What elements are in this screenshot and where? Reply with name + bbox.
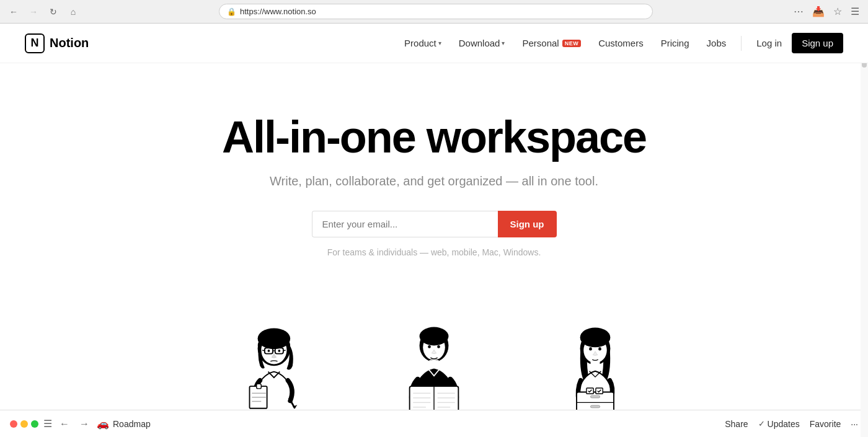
favorite-button[interactable]: Favorite — [810, 419, 841, 429]
nav-jobs[interactable]: Jobs — [699, 34, 734, 52]
svg-rect-38 — [591, 362, 600, 369]
nav-personal[interactable]: Personal NEW — [515, 34, 588, 52]
svg-point-21 — [437, 345, 440, 348]
svg-line-7 — [283, 350, 286, 351]
traffic-light-green — [31, 420, 38, 428]
reload-button[interactable]: ↻ — [46, 4, 61, 19]
personal-new-badge: NEW — [562, 40, 582, 47]
notion-logo[interactable]: N Notion — [25, 33, 89, 53]
svg-line-6 — [262, 350, 265, 351]
nav-divider — [741, 36, 742, 51]
menu-button[interactable]: ☰ — [848, 4, 862, 19]
notion-page: N Notion Product ▾ Download ▾ Personal N… — [0, 24, 868, 437]
home-button[interactable]: ⌂ — [66, 4, 81, 19]
browser-chrome: ← → ↻ ⌂ 🔒 https://www.notion.so ⋯ 📥 ☆ ☰ — [0, 0, 868, 24]
bottom-bar: ☰ ← → 🚗 Roadmap Share ✓ Updates Favorite… — [0, 410, 868, 437]
sidebar-toggle-button[interactable]: ☰ — [43, 418, 52, 430]
svg-rect-22 — [430, 360, 439, 369]
logo-text: Notion — [50, 36, 89, 50]
notes-illustration — [226, 319, 319, 418]
scrollbar[interactable] — [861, 28, 868, 437]
traffic-light-yellow — [20, 420, 28, 428]
back-button[interactable]: ← — [6, 4, 21, 19]
nav-download[interactable]: Download ▾ — [451, 34, 513, 52]
hero-section: All-in-one workspace Write, plan, collab… — [0, 63, 868, 294]
hero-form: Sign up — [25, 211, 843, 237]
nav-signup[interactable]: Sign up — [792, 33, 843, 53]
logo-icon: N — [25, 33, 45, 53]
page-info: 🚗 Roadmap — [97, 418, 151, 430]
hero-note: For teams & individuals — web, mobile, M… — [25, 247, 843, 257]
bottom-bar-left: ☰ ← → 🚗 Roadmap — [10, 417, 720, 431]
pocket-button[interactable]: 📥 — [810, 4, 827, 19]
svg-point-19 — [420, 327, 449, 346]
svg-point-36 — [589, 348, 592, 351]
svg-point-20 — [428, 345, 431, 348]
nav-customers[interactable]: Customers — [591, 34, 651, 52]
svg-point-35 — [580, 328, 611, 348]
forward-button[interactable]: → — [26, 4, 41, 19]
updates-button[interactable]: ✓ Updates — [758, 419, 800, 429]
email-input[interactable] — [312, 211, 498, 237]
browser-url: https://www.notion.so — [240, 7, 645, 16]
svg-rect-11 — [257, 384, 262, 389]
hero-title: All-in-one workspace — [25, 113, 843, 162]
browser-actions: ⋯ 📥 ☆ ☰ — [791, 4, 862, 19]
page-forward-button[interactable]: → — [77, 417, 92, 431]
page-title: Roadmap — [113, 419, 151, 429]
svg-point-9 — [278, 350, 280, 352]
lock-icon: 🔒 — [227, 7, 236, 16]
more-button[interactable]: ··· — [851, 419, 858, 429]
main-nav: Product ▾ Download ▾ Personal NEW Custom… — [397, 33, 843, 53]
wikis-illustration — [388, 319, 480, 418]
product-chevron-icon: ▾ — [438, 40, 441, 46]
browser-toolbar: ← → ↻ ⌂ 🔒 https://www.notion.so ⋯ 📥 ☆ ☰ — [0, 0, 868, 23]
svg-rect-41 — [591, 395, 600, 398]
updates-check-icon: ✓ — [758, 419, 765, 428]
hero-signup-button[interactable]: Sign up — [498, 211, 557, 237]
svg-point-8 — [268, 350, 270, 352]
site-header: N Notion Product ▾ Download ▾ Personal N… — [0, 24, 868, 63]
nav-login[interactable]: Log in — [749, 34, 789, 52]
projects-illustration — [549, 319, 642, 418]
address-bar[interactable]: 🔒 https://www.notion.so — [219, 4, 653, 19]
svg-point-37 — [598, 348, 601, 351]
traffic-lights — [10, 420, 38, 428]
bookmark-button[interactable]: ☆ — [831, 4, 844, 19]
svg-rect-42 — [591, 405, 600, 408]
download-chevron-icon: ▾ — [502, 40, 505, 46]
nav-product[interactable]: Product ▾ — [397, 34, 449, 52]
page-back-button[interactable]: ← — [57, 417, 72, 431]
bottom-bar-right: Share ✓ Updates Favorite ··· — [725, 419, 858, 429]
share-button[interactable]: Share — [725, 419, 748, 429]
page-icon: 🚗 — [97, 418, 109, 430]
nav-pricing[interactable]: Pricing — [653, 34, 697, 52]
logo-letter: N — [31, 37, 39, 50]
hero-subtitle: Write, plan, collaborate, and get organi… — [25, 174, 843, 188]
traffic-light-red — [10, 420, 17, 428]
extensions-button[interactable]: ⋯ — [791, 4, 806, 19]
